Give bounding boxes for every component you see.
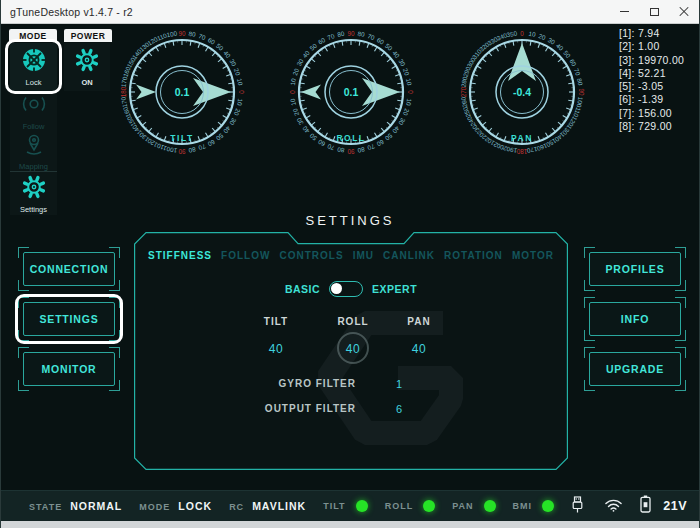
tab-canlink[interactable]: CANLINK: [383, 250, 435, 261]
info-button-wrap: INFO: [589, 302, 681, 336]
upgrade-button[interactable]: UPGRADE: [589, 352, 681, 386]
svg-text:30: 30: [397, 58, 407, 68]
status-field-value: MAVLINK: [252, 500, 306, 512]
tab-rotation[interactable]: ROTATION: [444, 250, 503, 261]
stiffness-axis-headers: TILTROLLPAN: [134, 316, 568, 330]
maximize-button[interactable]: [639, 0, 669, 23]
connection-button[interactable]: CONNECTION: [23, 252, 115, 286]
stiffness-value-tilt[interactable]: 40: [246, 342, 306, 356]
output-filter-label: OUTPUT FILTER: [196, 403, 356, 414]
expert-label: EXPERT: [372, 283, 417, 295]
svg-text:80: 80: [337, 30, 346, 38]
tab-motor[interactable]: MOTOR: [512, 250, 554, 261]
minimize-button[interactable]: [609, 0, 639, 23]
svg-text:30: 30: [397, 117, 407, 127]
close-icon: [679, 7, 689, 17]
status-field-value: LOCK: [178, 500, 212, 512]
svg-text:50: 50: [384, 132, 394, 142]
svg-text:0: 0: [238, 90, 245, 94]
settings-button[interactable]: SETTINGS: [23, 302, 115, 336]
svg-text:40: 40: [301, 49, 311, 59]
svg-text:20: 20: [291, 107, 300, 116]
svg-text:80: 80: [576, 78, 584, 87]
stiffness-value-roll[interactable]: 40: [323, 342, 383, 356]
tilt-dial-label: TILT: [170, 133, 193, 143]
roll-value: 0.1: [344, 86, 359, 98]
tab-stiffness[interactable]: STIFFNESS: [148, 250, 212, 261]
basic-expert-toggle[interactable]: [329, 281, 363, 297]
pan-value: -0.4: [513, 86, 531, 98]
svg-text:70: 70: [197, 143, 206, 152]
roll-dial: 9080706050403020100102030405060708090807…: [276, 17, 426, 167]
svg-text:20: 20: [538, 32, 547, 41]
status-field-label: MODE: [139, 502, 170, 512]
svg-text:0: 0: [407, 90, 414, 94]
svg-text:20: 20: [402, 67, 411, 76]
wifi-icon: [604, 497, 623, 516]
status-ok-dot: [484, 500, 496, 512]
output-filter-value[interactable]: 6: [384, 403, 414, 415]
svg-text:30: 30: [295, 57, 305, 67]
svg-text:80: 80: [336, 146, 345, 154]
svg-text:10: 10: [528, 30, 537, 38]
status-indicator-label: TILT: [323, 501, 345, 511]
svg-text:10: 10: [236, 78, 244, 87]
svg-text:60: 60: [316, 138, 326, 148]
status-indicator-label: BMI: [513, 501, 533, 511]
svg-text:30: 30: [228, 58, 238, 68]
filter-row: GYRO FILTER1: [134, 378, 568, 392]
svg-text:40: 40: [222, 125, 232, 135]
stiffness-value-pan[interactable]: 40: [389, 342, 449, 356]
app-window: gTuneDesktop v1.4.7 - r2 MODE POWER Lock…: [0, 0, 700, 528]
status-right: 21V: [640, 495, 687, 517]
window-bottom-edge: [1, 521, 699, 528]
svg-text:70: 70: [198, 32, 207, 41]
stiffness-header-pan: PAN: [389, 316, 449, 327]
svg-text:90: 90: [578, 88, 585, 96]
info-button[interactable]: INFO: [589, 302, 681, 336]
settings-panel: STIFFNESSFOLLOWCONTROLSIMUCANLINKROTATIO…: [134, 232, 568, 470]
filter-row: OUTPUT FILTER6: [134, 403, 568, 417]
svg-text:10: 10: [289, 98, 297, 107]
svg-text:90: 90: [178, 30, 186, 37]
svg-text:50: 50: [215, 132, 225, 142]
svg-text:40: 40: [391, 49, 401, 59]
gremsy-logo-watermark: [301, 283, 491, 470]
voltage-readout: 21V: [663, 499, 687, 513]
close-button[interactable]: [669, 0, 699, 23]
profiles-button[interactable]: PROFILES: [589, 252, 681, 286]
svg-text:0: 0: [520, 30, 524, 37]
svg-text:80: 80: [188, 30, 197, 38]
svg-text:60: 60: [207, 36, 217, 46]
svg-text:70: 70: [366, 143, 375, 152]
status-field-state: STATENORMAL: [29, 500, 122, 512]
svg-text:350: 350: [506, 29, 518, 38]
right-button-group: PROFILESINFOUPGRADE: [589, 24, 681, 490]
tab-follow[interactable]: FOLLOW: [221, 250, 270, 261]
left-button-group: CONNECTIONSETTINGSMONITOR: [23, 24, 115, 490]
tilt-dial: 9080706050403020100102030405060708090100…: [107, 17, 257, 167]
toggle-knob: [331, 283, 342, 294]
svg-text:50: 50: [562, 49, 572, 59]
status-indicator-roll: ROLL: [385, 500, 436, 512]
status-indicator-label: ROLL: [385, 501, 414, 511]
tab-imu[interactable]: IMU: [353, 250, 374, 261]
gyro-filter-value[interactable]: 1: [384, 378, 414, 390]
svg-text:60: 60: [317, 36, 327, 46]
window-title: gTuneDesktop v1.4.7 - r2: [1, 6, 609, 18]
settings-button-wrap: SETTINGS: [23, 302, 115, 336]
svg-text:60: 60: [376, 36, 386, 46]
tab-controls[interactable]: CONTROLS: [279, 250, 343, 261]
status-ok-dot: [423, 500, 435, 512]
roll-dial-label: ROLL: [336, 133, 365, 143]
stiffness-header-roll: ROLL: [323, 316, 383, 327]
pan-gauge: 0102030405060708090100110120130140150160…: [447, 17, 597, 167]
status-field-value: NORMAL: [70, 500, 122, 512]
svg-text:30: 30: [547, 36, 557, 46]
svg-text:70: 70: [367, 32, 376, 41]
svg-text:0: 0: [289, 90, 296, 94]
svg-text:60: 60: [375, 138, 385, 148]
pan-dial: 0102030405060708090100110120130140150160…: [447, 17, 597, 167]
connection-button-wrap: CONNECTION: [23, 252, 115, 286]
monitor-button[interactable]: MONITOR: [23, 352, 115, 386]
